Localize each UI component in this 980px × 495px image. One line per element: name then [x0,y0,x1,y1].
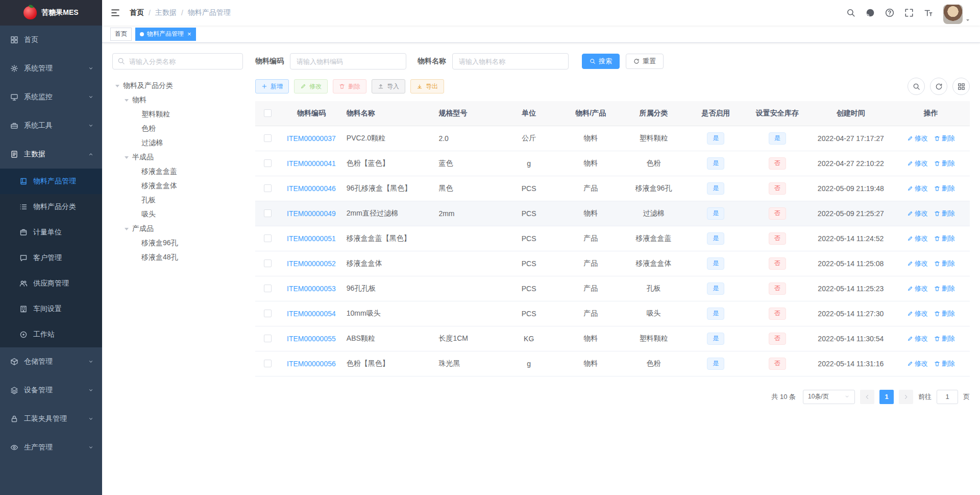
material-code-link[interactable]: ITEM00000052 [287,260,336,268]
category-search-input[interactable] [112,53,243,69]
edit-row-link[interactable]: 修改 [907,284,928,293]
sidebar-item-home[interactable]: 首页 [0,26,102,54]
page-number-button[interactable]: 1 [879,390,894,404]
tree-node[interactable]: 产成品 [112,222,243,236]
column-settings-button[interactable] [952,78,970,95]
material-code-link[interactable]: ITEM00000041 [287,159,336,168]
tree-node[interactable]: 过滤棉 [112,136,243,150]
row-checkbox[interactable] [264,209,272,217]
material-code-link[interactable]: ITEM00000046 [287,184,336,193]
tree-node[interactable]: 色粉 [112,122,243,136]
sidebar-toggle-icon[interactable] [102,8,129,18]
row-checkbox[interactable] [264,335,272,342]
delete-row-link[interactable]: 删除 [934,359,955,368]
delete-row-link[interactable]: 删除 [934,259,955,268]
edit-row-link[interactable]: 修改 [907,359,928,368]
next-page-button[interactable] [899,390,913,404]
tree-node[interactable]: 孔板 [112,193,243,207]
tab-item[interactable]: 首页 [110,28,132,41]
tree-node[interactable]: 物料及产品分类 [112,79,243,93]
sidebar-subitem-material-product-manage[interactable]: 物料产品管理 [0,169,102,194]
row-checkbox[interactable] [264,134,272,142]
search-button[interactable]: 搜索 [582,54,620,69]
sidebar-subitem-customer-manage[interactable]: 客户管理 [0,245,102,271]
tree-node[interactable]: 移液盒48孔 [112,250,243,265]
row-checkbox[interactable] [264,310,272,317]
material-code-link[interactable]: ITEM00000037 [287,134,336,143]
sidebar-item-warehouse-manage[interactable]: 仓储管理 [0,347,102,376]
tree-node[interactable]: 移液盒96孔 [112,236,243,250]
delete-row-link[interactable]: 删除 [934,334,955,343]
delete-row-link[interactable]: 删除 [934,159,955,168]
sidebar-item-master-data[interactable]: 主数据 [0,140,102,169]
row-checkbox[interactable] [264,184,272,192]
github-icon[interactable] [866,8,875,17]
edit-button[interactable]: 修改 [294,79,328,93]
delete-row-link[interactable]: 删除 [934,209,955,218]
toggle-search-button[interactable] [908,78,925,95]
material-code-link[interactable]: ITEM00000054 [287,310,336,318]
question-icon[interactable] [885,8,894,17]
delete-row-link[interactable]: 删除 [934,234,955,243]
material-code-link[interactable]: ITEM00000056 [287,360,336,368]
search-icon[interactable] [846,8,855,17]
material-code-input[interactable] [290,53,406,69]
refresh-table-button[interactable] [930,78,947,95]
sidebar-item-fixture-manage[interactable]: 工装夹具管理 [0,405,102,433]
material-code-link[interactable]: ITEM00000049 [287,209,336,218]
material-code-link[interactable]: ITEM00000051 [287,234,336,243]
font-size-icon[interactable] [924,8,933,17]
row-checkbox[interactable] [264,360,272,367]
edit-row-link[interactable]: 修改 [907,259,928,268]
edit-row-link[interactable]: 修改 [907,159,928,168]
edit-row-link[interactable]: 修改 [907,234,928,243]
fullscreen-icon[interactable] [904,8,914,17]
row-checkbox[interactable] [264,260,272,267]
tree-node[interactable]: 吸头 [112,207,243,222]
edit-row-link[interactable]: 修改 [907,334,928,343]
page-size-select[interactable]: 10条/页 [803,390,855,404]
tree-node[interactable]: 物料 [112,93,243,107]
prev-page-button[interactable] [860,390,874,404]
material-code-link[interactable]: ITEM00000055 [287,335,336,343]
tree-node[interactable]: 半成品 [112,150,243,164]
row-checkbox[interactable] [264,234,272,242]
tree-node[interactable]: 塑料颗粒 [112,107,243,122]
sidebar-subitem-workshop-settings[interactable]: 车间设置 [0,296,102,322]
material-name-input[interactable] [452,53,569,69]
sidebar-item-system-tools[interactable]: 系统工具 [0,111,102,140]
delete-row-link[interactable]: 删除 [934,309,955,318]
sidebar-item-system-monitor[interactable]: 系统监控 [0,83,102,111]
sidebar-item-system-manage[interactable]: 系统管理 [0,54,102,83]
goto-page-input[interactable] [937,390,958,404]
close-icon[interactable]: × [187,31,191,37]
sidebar-item-production-manage[interactable]: 生产管理 [0,433,102,462]
delete-row-link[interactable]: 删除 [934,284,955,293]
delete-button[interactable]: 删除 [333,79,366,93]
tab-active[interactable]: 物料产品管理× [135,28,196,41]
sidebar-subitem-material-product-category[interactable]: 物料产品分类 [0,194,102,220]
sidebar-subitem-measure-unit[interactable]: 计量单位 [0,220,102,245]
app-logo[interactable]: 苦糖果MES [0,0,102,26]
row-checkbox[interactable] [264,159,272,167]
material-code-link[interactable]: ITEM00000053 [287,285,336,293]
sidebar-item-equipment-manage[interactable]: 设备管理 [0,376,102,405]
edit-row-link[interactable]: 修改 [907,209,928,218]
user-menu[interactable] [943,2,971,24]
export-button[interactable]: 导出 [410,79,444,93]
breadcrumb-item[interactable]: 首页 [130,8,144,17]
sidebar-subitem-supplier-manage[interactable]: 供应商管理 [0,271,102,296]
reset-button[interactable]: 重置 [626,54,664,69]
import-button[interactable]: 导入 [372,79,405,93]
tree-node[interactable]: 移液盒盒体 [112,179,243,193]
delete-row-link[interactable]: 删除 [934,184,955,193]
edit-row-link[interactable]: 修改 [907,309,928,318]
avatar[interactable] [943,5,963,24]
select-all-checkbox[interactable] [264,109,272,117]
tree-node[interactable]: 移液盒盒盖 [112,164,243,179]
edit-row-link[interactable]: 修改 [907,184,928,193]
sidebar-subitem-workstation[interactable]: 工作站 [0,322,102,347]
add-button[interactable]: 新增 [255,79,289,93]
row-checkbox[interactable] [264,285,272,292]
edit-row-link[interactable]: 修改 [907,134,928,143]
